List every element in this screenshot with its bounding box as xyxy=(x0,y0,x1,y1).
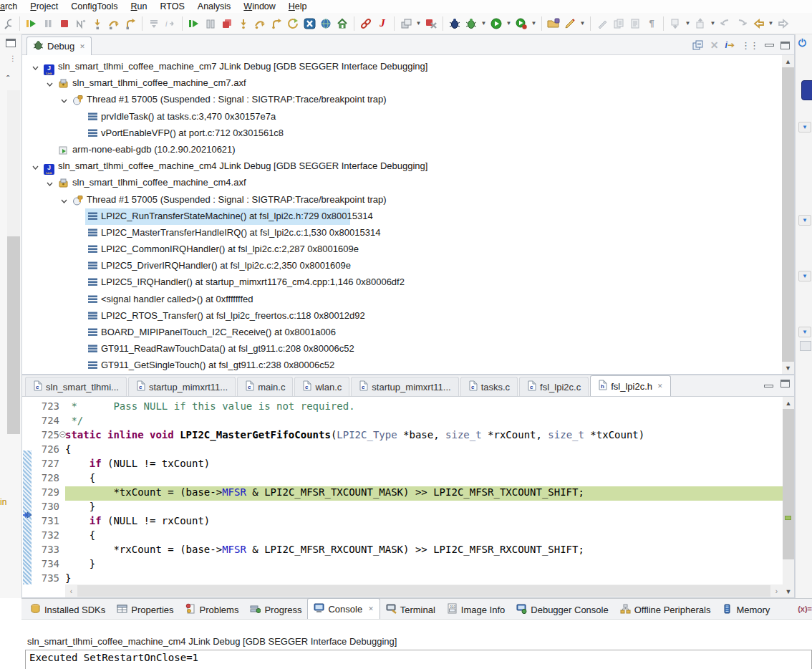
project-x-button[interactable] xyxy=(301,15,317,32)
dropdown-caret-icon[interactable]: ▼ xyxy=(505,15,513,32)
link-button[interactable] xyxy=(358,15,374,32)
menu-project[interactable]: Project xyxy=(30,1,64,11)
debug-tree-row[interactable]: arm-none-eabi-gdb (10.2.90.20210621) xyxy=(22,142,782,158)
step-filter-down-button[interactable] xyxy=(667,15,683,32)
scroll-down-icon[interactable]: ▼ xyxy=(783,585,794,597)
editor-horizontal-scrollbar[interactable]: ‹ › xyxy=(65,584,783,597)
minimize-icon[interactable] xyxy=(765,44,774,47)
debug-tree-row[interactable]: sln_smart_tlhmi_coffee_machine_cm4.axf xyxy=(22,175,782,191)
debug-tree-row[interactable]: JLink sln_smart_tlhmi_coffee_machine_cm4… xyxy=(22,158,782,175)
view-menu-icon[interactable]: ⋮⋮ xyxy=(741,40,758,51)
debug-tree-row[interactable]: <signal handler called>() at 0xfffffffed xyxy=(22,292,782,308)
collapse-all-icon[interactable] xyxy=(692,40,704,50)
debug-tree-row[interactable]: GT911_GetSingleTouch() at fsl_gt911.c:23… xyxy=(22,357,782,374)
instruction-stepping-icon[interactable]: i➔ xyxy=(725,40,735,50)
remove-all-icon[interactable]: ✕ xyxy=(710,39,719,51)
restore-view-dropdown-icon[interactable]: ▼ xyxy=(798,215,811,226)
resume-button[interactable] xyxy=(24,15,39,32)
restore-view-icon[interactable] xyxy=(6,39,16,47)
open-folder-button[interactable] xyxy=(546,15,561,32)
debug-tree-row[interactable]: sln_smart_tlhmi_coffee_machine_cm7.axf xyxy=(22,75,782,92)
restore-view-dropdown-icon[interactable]: ▼ xyxy=(798,271,811,281)
scrollbar-thumb[interactable] xyxy=(783,409,794,559)
dropdown-caret-icon[interactable]: ▼ xyxy=(530,15,538,32)
tab-progress[interactable]: Progress xyxy=(244,600,307,619)
expand-arrow-icon[interactable] xyxy=(61,196,68,203)
dropdown-caret-icon[interactable]: ▼ xyxy=(480,15,488,32)
variables-view-icon[interactable]: (x)= xyxy=(798,605,812,613)
close-icon[interactable]: ✕ xyxy=(368,605,374,612)
menu-configtools[interactable]: ConfigTools xyxy=(71,1,124,11)
step-over-alt-button[interactable] xyxy=(252,15,268,32)
debug-tree-row[interactable]: JLink sln_smart_tlhmi_coffee_machine_cm7… xyxy=(22,59,782,75)
menu-help[interactable]: Help xyxy=(289,1,314,11)
back-gold-button[interactable] xyxy=(750,15,766,32)
step-into-button[interactable] xyxy=(90,15,105,32)
tab-console[interactable]: Console ✕ xyxy=(307,598,380,619)
debug-tree-row[interactable]: BOARD_MIPIPanelTouch_I2C_Receive() at 0x… xyxy=(22,324,782,341)
tab-memory[interactable]: Memory xyxy=(716,600,775,619)
tab-properties[interactable]: Properties xyxy=(111,600,179,619)
tab-startup-mimxrt11-[interactable]: c startup_mimxrt11... xyxy=(351,377,458,396)
debug-tree-row[interactable]: Thread #1 57005 (Suspended : Signal : SI… xyxy=(22,192,782,208)
menu-arch[interactable]: arch xyxy=(0,1,24,11)
run-button[interactable] xyxy=(488,15,504,32)
dropdown-caret-icon[interactable]: ▼ xyxy=(579,15,586,32)
expand-arrow-icon[interactable] xyxy=(47,179,54,186)
scrollbar-thumb[interactable] xyxy=(77,585,770,597)
terminate-button[interactable] xyxy=(57,15,72,32)
source-code[interactable]: * Pass NULL if this value is not require… xyxy=(65,397,783,584)
delete-launch-button[interactable] xyxy=(423,15,439,32)
drop-to-frame-button[interactable] xyxy=(146,15,162,32)
debug-tree-row[interactable]: prvIdleTask() at tasks.c:3,470 0x30157e7… xyxy=(22,109,782,125)
scroll-right-icon[interactable]: › xyxy=(770,584,783,597)
tab-problems[interactable]: Problems xyxy=(180,600,245,619)
code-editor[interactable]: − 72372472572672772872973073173273373473… xyxy=(22,397,783,584)
debug-tree-row[interactable]: LPI2C_RTOS_Transfer() at fsl_lpi2c_freer… xyxy=(22,308,782,324)
tab-image-info[interactable]: 010 Image Info xyxy=(441,600,511,619)
step-return-button[interactable] xyxy=(122,15,138,32)
scroll-down-icon[interactable]: ▼ xyxy=(782,362,794,374)
step-return-alt-button[interactable] xyxy=(269,15,284,32)
back-disabled-button[interactable] xyxy=(717,15,733,32)
restart-button[interactable] xyxy=(186,15,202,32)
debug-tree-row[interactable]: Thread #1 57005 (Suspended : Signal : SI… xyxy=(22,92,782,108)
format-disabled-button[interactable] xyxy=(594,15,610,32)
packages-button[interactable] xyxy=(398,15,414,32)
step-over-button[interactable] xyxy=(106,15,122,32)
suspend-all-button[interactable] xyxy=(203,15,218,32)
tab-fsl-lpi2c-c[interactable]: c fsl_lpi2c.c xyxy=(519,377,589,396)
step-into-alt-button[interactable] xyxy=(236,15,251,32)
tab-sln-smart-tlhmi-[interactable]: c sln_smart_tlhmi... xyxy=(25,377,127,396)
console-output[interactable]: Executed SetRestartOnClose=1 xyxy=(25,650,812,669)
restore-view-dropdown-icon[interactable]: ▼ xyxy=(798,327,811,337)
copy-disabled-button[interactable] xyxy=(611,15,627,32)
instruction-step-button[interactable]: i xyxy=(163,15,178,32)
tab-main-c[interactable]: c main.c xyxy=(237,377,293,396)
debug-tree-row[interactable]: vPortEnableVFP() at port.c:712 0x301561c… xyxy=(22,125,782,142)
tab-tasks-c[interactable]: c tasks.c xyxy=(460,377,518,396)
expand-arrow-icon[interactable] xyxy=(32,63,39,70)
minimize-icon[interactable] xyxy=(764,385,773,388)
minimized-view-icon[interactable] xyxy=(800,341,811,351)
maximize-icon[interactable] xyxy=(780,380,790,388)
left-scrollbar-thumb[interactable] xyxy=(7,236,20,434)
tab-fsl-lpi2c-h[interactable]: h fsl_lpi2c.h ✕ xyxy=(590,375,670,396)
fold-collapse-icon[interactable]: − xyxy=(59,431,66,438)
dropdown-caret-icon[interactable]: ▼ xyxy=(767,15,775,32)
profile-button[interactable] xyxy=(513,15,529,32)
minimized-view-icon[interactable] xyxy=(801,80,812,100)
debug-tree-scrollbar[interactable]: ▲ ▼ xyxy=(782,55,794,374)
tab-startup-mimxrt11-[interactable]: c startup_mimxrt11... xyxy=(128,377,236,396)
scroll-left-icon[interactable]: ‹ xyxy=(65,584,77,597)
tab-debugger-console[interactable]: Debugger Console xyxy=(511,600,614,619)
bug-green-button[interactable] xyxy=(463,15,479,32)
home-button[interactable] xyxy=(334,15,350,32)
debug-tree-row[interactable]: LPI2C_RunTransferStateMachine() at fsl_l… xyxy=(22,208,782,225)
scrollbar-thumb[interactable] xyxy=(782,67,794,362)
close-icon[interactable]: ✕ xyxy=(657,382,663,390)
power-icon[interactable]: ⏻ xyxy=(798,37,806,49)
view-menu-dots-icon[interactable]: ⋮ xyxy=(9,57,16,60)
tab-offline-peripherals[interactable]: Offline Peripherals xyxy=(614,600,717,619)
debug-tree-row[interactable]: LPI2C5_IRQHandler() at startup_mimxrt117… xyxy=(22,274,782,291)
